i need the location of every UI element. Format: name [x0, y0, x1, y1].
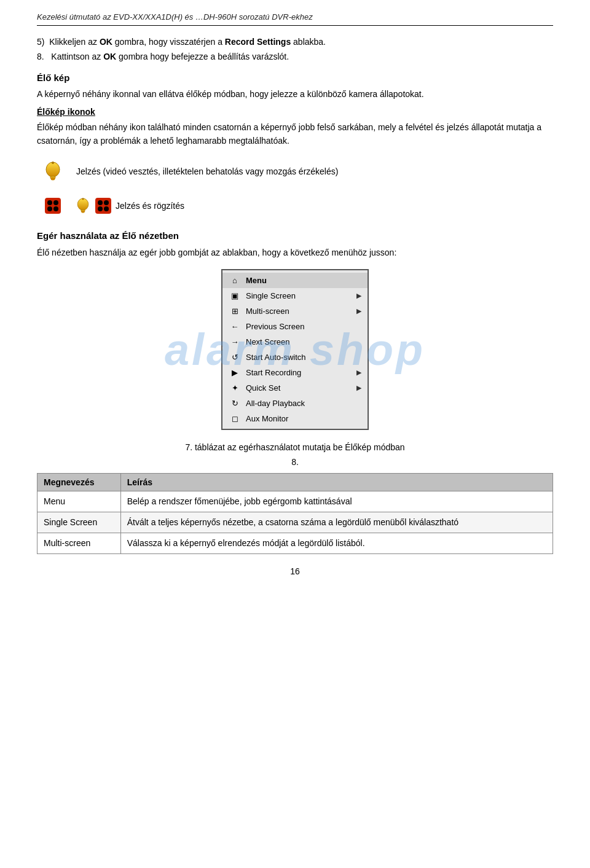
autoswitch-label: Start Auto-switch [246, 353, 361, 362]
aux-monitor-icon: ◻ [229, 414, 241, 423]
recording-indicator-icon [37, 191, 69, 221]
page-header: Kezelési útmutató az EVD-XX/XXA1D(H) és … [37, 12, 553, 26]
quick-set-label: Quick Set [246, 383, 356, 393]
multi-screen-label: Multi-screen [246, 307, 356, 316]
table-caption: 7. táblázat az egérhasználatot mutatja b… [37, 442, 553, 452]
table-header-leiras: Leírás [120, 474, 553, 491]
table-row: Single Screen Átvált a teljes képernyős … [37, 512, 553, 533]
next-screen-icon: → [229, 337, 241, 346]
jelzes-rogzites-text: Jelzés és rögzítés [116, 201, 184, 211]
svg-rect-3 [52, 162, 54, 164]
menu-item-start-autoswitch[interactable]: ↺ Start Auto-switch [222, 350, 368, 365]
jelzes-rogzites-icon-row: Jelzés és rögzítés [37, 191, 553, 221]
menu-item-multi-screen[interactable]: ⊞ Multi-screen ▶ [222, 303, 368, 319]
menu-item-allday-playback[interactable]: ↻ All-day Playback [222, 396, 368, 411]
elo-kep-title: Élő kép [37, 72, 553, 83]
svg-rect-7 [82, 198, 84, 200]
multi-screen-icon: ⊞ [229, 307, 241, 316]
header-text: Kezelési útmutató az EVD-XX/XXA1D(H) és … [37, 12, 313, 22]
table-cell-desc-2: Válassza ki a képernyő elrendezés módját… [120, 533, 553, 554]
elo-kep-section: Élő kép A képernyő néhány ikonnal van el… [37, 72, 553, 148]
svg-point-4 [77, 198, 88, 210]
next-screen-label: Next Screen [246, 337, 361, 346]
menu-item-next-screen[interactable]: → Next Screen [222, 334, 368, 350]
eger-section-desc: Élő nézetben használja az egér jobb gomb… [37, 246, 553, 259]
previous-screen-icon: ← [229, 322, 241, 331]
table-cell-name-2: Multi-screen [37, 533, 121, 554]
menu-item-single-screen[interactable]: ▣ Single Screen ▶ [222, 288, 368, 303]
table-cell-desc-0: Belép a rendszer főmenüjébe, jobb egérgo… [120, 491, 553, 512]
table-header-megnevezes: Megnevezés [37, 474, 121, 491]
menu-item-quick-set[interactable]: ✦ Quick Set ▶ [222, 380, 368, 396]
ikonok-desc: Élőkép módban néhány ikon található mind… [37, 120, 553, 148]
page-number: 16 [37, 566, 553, 576]
single-screen-arrow: ▶ [356, 292, 361, 300]
svg-point-6 [81, 210, 85, 213]
data-table: Megnevezés Leírás Menu Belép a rendszer … [37, 473, 553, 554]
menu-title-label: Menu [246, 276, 361, 285]
menu-title-item[interactable]: ⌂ Menu [222, 273, 368, 288]
start-recording-label: Start Recording [246, 368, 356, 377]
jelzes-icon-row: Jelzés (videó vesztés, illetéktelen beha… [37, 157, 553, 186]
menu-item-start-recording[interactable]: ▶ Start Recording ▶ [222, 365, 368, 380]
multi-screen-arrow: ▶ [356, 307, 361, 315]
autoswitch-icon: ↺ [229, 353, 241, 362]
eger-section-title: Egér használata az Élő nézetben [37, 230, 553, 241]
elo-kep-desc: A képernyő néhány ikonnal van ellátva él… [37, 88, 553, 101]
table-row: Menu Belép a rendszer főmenüjébe, jobb e… [37, 491, 553, 512]
single-screen-icon: ▣ [229, 291, 241, 300]
jelzes-text: Jelzés (videó vesztés, illetéktelen beha… [76, 166, 338, 176]
menu-item-aux-monitor[interactable]: ◻ Aux Monitor [222, 411, 368, 426]
table-cell-desc-1: Átvált a teljes képernyős nézetbe, a csa… [120, 512, 553, 533]
table-row: Multi-screen Válassza ki a képernyő elre… [37, 533, 553, 554]
previous-screen-label: Previous Screen [246, 322, 361, 331]
single-screen-label: Single Screen [246, 291, 356, 300]
menu-home-icon: ⌂ [229, 276, 241, 285]
allday-playback-icon: ↻ [229, 399, 241, 408]
table-cell-name-0: Menu [37, 491, 121, 512]
start-recording-icon: ▶ [229, 368, 241, 377]
svg-point-2 [51, 177, 55, 180]
quick-set-icon: ✦ [229, 383, 241, 393]
menu-item-previous-screen[interactable]: ← Previous Screen [222, 319, 368, 334]
table-cell-name-1: Single Screen [37, 512, 121, 533]
bell-icon [37, 157, 69, 186]
step-8: 8. Kattintson az OK gombra hogy befejezz… [37, 52, 553, 61]
quick-set-arrow: ▶ [356, 384, 361, 392]
allday-playback-label: All-day Playback [246, 399, 361, 408]
table-number: 8. [37, 457, 553, 467]
start-recording-arrow: ▶ [356, 369, 361, 377]
context-menu: ⌂ Menu ▣ Single Screen ▶ ⊞ Multi-screen … [221, 269, 369, 430]
step-5: 5) Klikkeljen az OK gombra, hogy visszat… [37, 37, 553, 47]
ikonok-title: Élőkép ikonok [37, 107, 553, 117]
aux-monitor-label: Aux Monitor [246, 414, 361, 423]
bell-recording-icon [76, 191, 108, 221]
context-menu-container: alarm shop ⌂ Menu ▣ Single Screen ▶ ⊞ Mu… [37, 269, 553, 430]
svg-point-0 [46, 162, 60, 177]
